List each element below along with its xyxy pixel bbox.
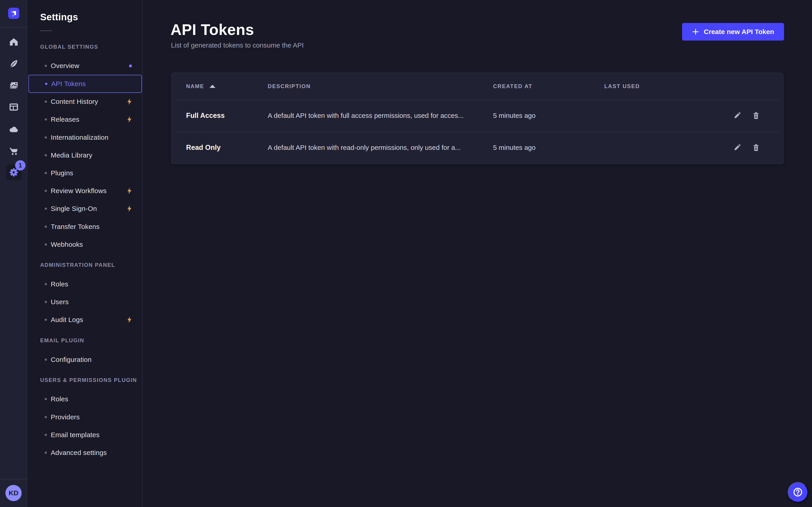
help-button[interactable] bbox=[788, 482, 808, 502]
section-administration-panel: ADMINISTRATION PANEL bbox=[40, 261, 115, 270]
column-header-created-at: CREATED AT bbox=[493, 83, 604, 90]
sidebar-item-review-workflows[interactable]: Review Workflows bbox=[29, 182, 142, 200]
bullet-icon bbox=[45, 172, 47, 174]
bullet-icon bbox=[45, 301, 47, 303]
api-tokens-table: NAME DESCRIPTION CREATED AT LAST USED Fu… bbox=[171, 72, 783, 164]
bullet-icon bbox=[45, 434, 47, 436]
create-api-token-label: Create new API Token bbox=[704, 28, 774, 36]
token-name: Read Only bbox=[186, 144, 268, 152]
token-name: Full Access bbox=[186, 112, 268, 120]
sidebar-item-plugins[interactable]: Plugins bbox=[29, 164, 142, 182]
section-users-permissions-plugin: USERS & PERMISSIONS PLUGIN bbox=[40, 376, 137, 385]
cloud-button[interactable] bbox=[6, 122, 21, 137]
bullet-icon bbox=[45, 416, 47, 418]
bullet-icon bbox=[45, 243, 47, 245]
settings-button[interactable]: 1 bbox=[6, 165, 21, 180]
settings-notification-badge: 1 bbox=[15, 160, 26, 171]
sidebar-item-configuration[interactable]: Configuration bbox=[29, 351, 142, 369]
home-button[interactable] bbox=[6, 34, 21, 50]
lightning-icon bbox=[125, 316, 133, 324]
page-subtitle: List of generated tokens to consume the … bbox=[171, 42, 304, 49]
cart-icon bbox=[9, 146, 19, 156]
sidebar-item-advanced-settings[interactable]: Advanced settings bbox=[29, 444, 142, 462]
bullet-icon bbox=[45, 65, 47, 67]
lightning-icon bbox=[125, 205, 133, 213]
lightning-icon bbox=[125, 116, 133, 123]
strapi-logo[interactable] bbox=[8, 8, 19, 19]
bullet-icon bbox=[45, 452, 47, 454]
feather-icon bbox=[9, 58, 19, 69]
pencil-icon bbox=[733, 144, 741, 152]
content-manager-button[interactable] bbox=[6, 56, 21, 71]
content-type-builder-button[interactable] bbox=[6, 99, 21, 115]
sidebar-item-email-templates[interactable]: Email templates bbox=[29, 426, 142, 444]
bullet-icon bbox=[45, 283, 47, 285]
sidebar-item-providers[interactable]: Providers bbox=[29, 408, 142, 426]
edit-token-button[interactable] bbox=[732, 142, 743, 153]
bullet-icon bbox=[45, 136, 47, 138]
delete-token-button[interactable] bbox=[751, 110, 761, 121]
bullet-icon bbox=[45, 398, 47, 400]
page-title: API Tokens bbox=[170, 21, 254, 38]
layout-icon bbox=[9, 102, 19, 112]
images-icon bbox=[9, 80, 19, 91]
column-header-description: DESCRIPTION bbox=[268, 83, 493, 90]
subnav-title: Settings bbox=[40, 12, 78, 22]
bullet-icon bbox=[45, 190, 47, 192]
sort-ascending-icon[interactable] bbox=[209, 85, 215, 88]
section-email-plugin: EMAIL PLUGIN bbox=[40, 336, 84, 345]
bullet-icon bbox=[45, 154, 47, 156]
main-nav-rail: 1 KD bbox=[0, 0, 27, 507]
trash-icon bbox=[752, 112, 760, 119]
bullet-icon bbox=[45, 83, 47, 85]
sidebar-item-users[interactable]: Users bbox=[29, 293, 142, 311]
pencil-icon bbox=[733, 112, 741, 119]
home-icon bbox=[9, 37, 19, 47]
table-row[interactable]: Full Access A default API token with ful… bbox=[172, 100, 783, 131]
sidebar-item-audit-logs[interactable]: Audit Logs bbox=[29, 311, 142, 329]
strapi-logo-icon bbox=[8, 8, 19, 19]
sidebar-item-single-sign-on[interactable]: Single Sign-On bbox=[29, 200, 142, 218]
bullet-icon bbox=[45, 101, 47, 103]
delete-token-button[interactable] bbox=[751, 142, 761, 153]
marketplace-button[interactable] bbox=[6, 143, 21, 159]
table-row[interactable]: Read Only A default API token with read-… bbox=[172, 131, 783, 164]
question-mark-icon bbox=[793, 487, 803, 498]
settings-subnav: Settings GLOBAL SETTINGS Overview API To… bbox=[27, 0, 143, 507]
rail-divider-bottom bbox=[0, 479, 27, 480]
create-api-token-button[interactable]: Create new API Token bbox=[682, 23, 784, 41]
plus-icon bbox=[692, 28, 699, 36]
notification-dot-icon bbox=[129, 64, 132, 67]
sidebar-item-internationalization[interactable]: Internationalization bbox=[29, 128, 142, 147]
bullet-icon bbox=[45, 226, 47, 228]
bullet-icon bbox=[45, 319, 47, 321]
token-description: A default API token with read-only permi… bbox=[268, 144, 493, 152]
sidebar-item-content-history[interactable]: Content History bbox=[29, 93, 142, 111]
subnav-title-divider bbox=[40, 31, 52, 31]
sidebar-item-releases[interactable]: Releases bbox=[29, 110, 142, 128]
media-library-button[interactable] bbox=[6, 78, 21, 93]
trash-icon bbox=[752, 144, 760, 152]
sidebar-item-api-tokens[interactable]: API Tokens bbox=[29, 75, 142, 93]
sidebar-item-roles-admin[interactable]: Roles bbox=[29, 275, 142, 293]
rail-divider-top bbox=[0, 27, 27, 27]
sidebar-item-transfer-tokens[interactable]: Transfer Tokens bbox=[29, 218, 142, 236]
token-description: A default API token with full access per… bbox=[268, 112, 493, 119]
bullet-icon bbox=[45, 208, 47, 210]
main-content: API Tokens List of generated tokens to c… bbox=[143, 0, 812, 507]
token-created-at: 5 minutes ago bbox=[493, 144, 604, 152]
token-created-at: 5 minutes ago bbox=[493, 112, 604, 119]
sidebar-item-media-library[interactable]: Media Library bbox=[29, 146, 142, 164]
edit-token-button[interactable] bbox=[732, 110, 743, 121]
bullet-icon bbox=[45, 358, 47, 361]
sidebar-item-roles-up[interactable]: Roles bbox=[29, 390, 142, 408]
lightning-icon bbox=[125, 187, 133, 195]
column-header-name[interactable]: NAME bbox=[186, 83, 268, 90]
table-header-row: NAME DESCRIPTION CREATED AT LAST USED bbox=[172, 73, 783, 100]
avatar[interactable]: KD bbox=[5, 485, 22, 501]
column-header-last-used: LAST USED bbox=[604, 83, 717, 90]
section-global-settings: GLOBAL SETTINGS bbox=[40, 42, 98, 51]
sidebar-item-overview[interactable]: Overview bbox=[29, 57, 142, 75]
sidebar-item-webhooks[interactable]: Webhooks bbox=[29, 235, 142, 253]
lightning-icon bbox=[125, 98, 133, 105]
